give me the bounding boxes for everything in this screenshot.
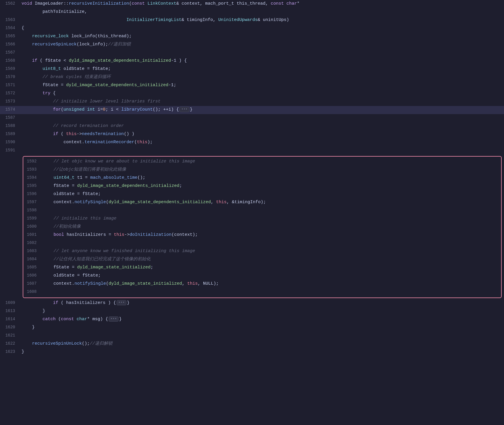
- line-1590: 1590 context.terminationRecorder(this);: [0, 139, 504, 147]
- line-1608: 1608: [23, 288, 501, 296]
- line-1607: 1607 context.notifySingle(dyld_image_sta…: [23, 280, 501, 288]
- line-1574: 1574 for(unsigned int i=0; i < libraryCo…: [0, 106, 504, 114]
- line-1588: 1588 // record termination order: [0, 122, 504, 130]
- line-1620: 1620 }: [0, 324, 504, 332]
- line-1596: 1596 oldState = fState;: [23, 190, 501, 199]
- line-1570: 1570 // break cycles 结束递归循环: [0, 73, 504, 82]
- line-1599: 1599 // initialize this image: [23, 215, 501, 223]
- line-1614: 1614 catch (const char* msg) {•••}: [0, 316, 504, 324]
- line-1601: 1601 bool hasInitializers = this->doInit…: [23, 231, 501, 239]
- line-1569: 1569 uint8_t oldState = fState;: [0, 65, 504, 73]
- line-1594: 1594 uint64_t t1 = mach_absolute_time();: [23, 174, 501, 182]
- line-1589: 1589 if ( this->needsTermination() ): [0, 130, 504, 139]
- line-1562b: pathToInitialize,: [0, 8, 504, 16]
- line-1609: 1609 if ( hasInitializers ) {•••}: [0, 299, 504, 307]
- code-editor: 1562 void ImageLoader::recursiveInitiali…: [0, 0, 504, 425]
- line-1573: 1573 // initialize lower level libraries…: [0, 98, 504, 106]
- line-1565: 1565 recursive_lock lock_info(this_threa…: [0, 33, 504, 41]
- line-1568: 1568 if ( fState < dyld_image_state_depe…: [0, 57, 504, 65]
- collapsed-code-1574[interactable]: •••: [179, 107, 189, 112]
- collapsed-code-1614[interactable]: •••: [109, 316, 119, 322]
- line-1613: 1613 }: [0, 307, 504, 316]
- line-1587: 1587: [0, 114, 504, 122]
- line-1600: 1600 //初始化镜像: [23, 223, 501, 231]
- line-1591: 1591: [0, 147, 504, 155]
- line-1564: 1564 {: [0, 24, 504, 33]
- line-1563: 1563 InitializerTimingList& timingInfo, …: [0, 16, 504, 24]
- line-1597: 1597 context.notifySingle(dyld_image_sta…: [23, 199, 501, 207]
- line-1606: 1606 oldState = fState;: [23, 272, 501, 280]
- line-1604: 1604 //让任何人知道我们已经完成了这个镜像的初始化: [23, 256, 501, 264]
- line-1598: 1598: [23, 207, 501, 215]
- line-1595: 1595 fState = dyld_image_state_dependent…: [23, 182, 501, 190]
- line-1571: 1571 fState = dyld_image_state_dependent…: [0, 82, 504, 90]
- line-1621: 1621: [0, 332, 504, 340]
- line-1567: 1567: [0, 49, 504, 57]
- line-1603: 1603 // let anyone know we finished init…: [23, 247, 501, 256]
- line-1592: 1592 // let objc know we are about to in…: [23, 158, 501, 166]
- line-1572: 1572 try {: [0, 90, 504, 98]
- line-1562: 1562 void ImageLoader::recursiveInitiali…: [0, 0, 504, 8]
- highlighted-region: 1592 // let objc know we are about to in…: [23, 156, 502, 298]
- line-1602: 1602: [23, 239, 501, 247]
- line-1566: 1566 recursiveSpinLock(lock_info);//递归加锁: [0, 41, 504, 49]
- line-1593: 1593 //让objc知道我们将要初始化此镜像: [23, 166, 501, 174]
- line-1605: 1605 fState = dyld_image_state_initializ…: [23, 264, 501, 272]
- line-1622: 1622 recursiveSpinUnLock();//递归解锁: [0, 340, 504, 348]
- line-1623: 1623 }: [0, 348, 504, 356]
- collapsed-code-1609[interactable]: •••: [117, 300, 126, 305]
